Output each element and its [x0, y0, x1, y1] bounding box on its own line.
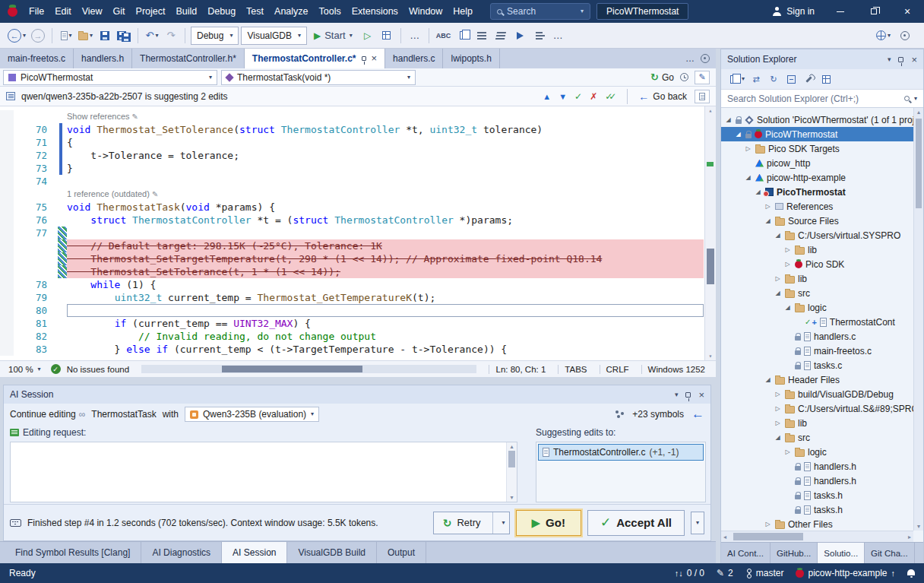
menu-window[interactable]: Window — [403, 0, 448, 23]
continue-editing-button[interactable]: Continue editing ∞ — [10, 409, 85, 420]
model-dropdown[interactable]: Qwen3-235B (evaluation) ▾ — [185, 407, 319, 422]
tree-item[interactable]: ▷lib — [721, 271, 923, 286]
switch-views-caret-icon[interactable]: ▾ — [742, 76, 745, 82]
retry-button[interactable]: ↻ Retry ▾ — [433, 512, 510, 534]
chevron-down-icon[interactable]: ▾ — [675, 391, 679, 398]
chevron-down-icon[interactable]: ▾ — [914, 96, 917, 102]
scrollbar-thumb[interactable] — [222, 366, 362, 372]
breakpoint-margin[interactable] — [0, 330, 14, 343]
solution-explorer-search-input[interactable]: Search Solution Explorer (Ctrl+;) ▾ — [721, 90, 923, 108]
collapse-icon[interactable]: ◢ — [764, 217, 772, 224]
scope-dropdown[interactable]: ThermostatTask(void *) ▾ — [221, 70, 416, 85]
tabs-mode-label[interactable]: TABS — [558, 365, 593, 374]
accept-all-button[interactable]: ✓ Accept All — [587, 510, 685, 536]
collapse-icon[interactable]: ◢ — [774, 434, 782, 441]
collapse-icon[interactable]: ◢ — [754, 189, 762, 195]
tree-item[interactable]: ◢src — [721, 286, 923, 300]
scrollbar-thumb[interactable] — [916, 119, 922, 208]
code-line[interactable]: 80 — [0, 304, 716, 317]
search-icon[interactable] — [904, 96, 910, 101]
expand-icon[interactable]: ▷ — [774, 405, 782, 412]
pin-icon[interactable] — [362, 56, 366, 61]
sign-in-button[interactable]: Sign in — [763, 0, 824, 23]
line-endings-label[interactable]: CRLF — [600, 365, 635, 374]
tree-item[interactable]: ◢C:/Users/virtual.SYSPRO — [721, 228, 923, 242]
tree-item[interactable]: ◢PicoThermostat — [721, 185, 923, 199]
expand-icon[interactable]: ▷ — [783, 246, 792, 253]
panel-tab[interactable]: VisualGDB Build — [287, 542, 377, 563]
code-editor[interactable]: Show references ✎70void Thermostat_SetTo… — [0, 106, 716, 360]
spell-check-button[interactable]: ABC — [435, 27, 453, 45]
code-line[interactable]: 77 — [0, 227, 716, 239]
close-icon[interactable]: × — [911, 54, 917, 65]
tree-item[interactable]: picow_http — [721, 156, 923, 170]
open-file-button[interactable]: ▾ — [77, 27, 94, 45]
close-button[interactable]: × — [891, 0, 924, 23]
menu-view[interactable]: View — [77, 0, 108, 23]
panel-tab[interactable]: Find Symbol Results [Clang] — [5, 542, 141, 563]
save-button[interactable] — [97, 27, 113, 45]
repository-selector-button[interactable]: picow-http-example ↑ — [796, 568, 895, 578]
tree-item[interactable]: ◢Header Files — [721, 372, 923, 387]
menu-extensions[interactable]: Extensions — [346, 0, 403, 23]
insert-arrow-icon[interactable]: ← — [691, 407, 704, 422]
expand-icon[interactable]: ▷ — [764, 521, 772, 528]
minimize-button[interactable] — [824, 0, 857, 23]
bookmark-button[interactable] — [511, 27, 528, 45]
breakpoint-margin[interactable] — [0, 227, 14, 239]
tree-item[interactable]: handlers.h — [721, 459, 923, 474]
close-icon[interactable]: × — [372, 49, 378, 68]
codelens-row[interactable]: Show references ✎ — [0, 110, 716, 123]
tree-item[interactable]: tasks.h — [721, 502, 923, 517]
pencil-icon[interactable]: ✎ — [152, 190, 158, 198]
tree-item[interactable]: ◢logic — [721, 300, 923, 315]
start-debugging-button[interactable]: ▶Start▾ — [309, 27, 357, 45]
reject-edit-button[interactable]: ✗ — [590, 91, 597, 102]
tree-item[interactable]: ✓+ThermostatCont — [721, 315, 923, 329]
tree-item[interactable]: ▷Pico SDK — [721, 257, 923, 271]
expand-icon[interactable]: ▷ — [744, 145, 752, 152]
editor-tab[interactable]: handlers.h — [74, 49, 132, 68]
properties-button[interactable] — [802, 73, 815, 85]
tab-overflow-button[interactable]: … — [685, 53, 695, 64]
menu-debug[interactable]: Debug — [202, 0, 241, 23]
collapse-icon[interactable]: ◢ — [724, 116, 733, 123]
code-line[interactable]: 75void ThermostatTask(void *params) { — [0, 201, 716, 214]
snapshot-button[interactable] — [695, 90, 710, 103]
tree-item[interactable]: ▷lib — [721, 242, 923, 257]
sync-commits-button[interactable]: ↑↓ 0 / 0 — [675, 568, 704, 578]
tree-item[interactable]: ◢Solution 'PicoWThermostat' (1 of 1 proj… — [721, 112, 923, 127]
tree-item[interactable]: ▷Other Files — [721, 517, 923, 531]
request-scrollbar[interactable]: ▴ ▾ — [506, 442, 517, 502]
menu-edit[interactable]: Edit — [49, 0, 77, 23]
edit-mode-button[interactable]: ✎ — [695, 71, 710, 84]
code-line[interactable]: 81 if (current_temp == UINT32_MAX) { — [0, 317, 716, 330]
breakpoint-margin[interactable] — [0, 123, 14, 136]
editor-tab-active[interactable]: ThermostatController.c*× — [245, 49, 385, 68]
breakpoint-margin[interactable] — [0, 162, 14, 175]
menu-build[interactable]: Build — [170, 0, 202, 23]
tree-vertical-scrollbar[interactable]: ▴ ▾ — [913, 108, 923, 531]
breakpoint-margin[interactable] — [0, 343, 14, 356]
tree-item[interactable]: tasks.h — [721, 488, 923, 502]
panel-tab[interactable]: Output — [377, 542, 426, 563]
tab-options-gear-icon[interactable] — [701, 54, 710, 63]
branch-selector-button[interactable]: master — [745, 568, 784, 578]
restore-button[interactable] — [857, 0, 891, 23]
compare-files-button[interactable] — [454, 27, 471, 45]
tree-item[interactable]: ▷References — [721, 199, 923, 214]
code-line[interactable]: 78 while (1) { — [0, 278, 716, 291]
expand-icon[interactable]: ▷ — [783, 448, 792, 455]
codelens-row[interactable]: 1 reference (outdated) ✎ — [0, 188, 716, 201]
pending-changes-button[interactable]: ✎ 2 — [717, 568, 733, 578]
tree-item[interactable]: ▷logic — [721, 445, 923, 459]
expand-icon[interactable]: ▷ — [774, 275, 782, 282]
code-line[interactable]: 71{ — [0, 136, 716, 149]
tree-horizontal-scrollbar[interactable]: ◂ ▸ — [721, 531, 913, 542]
navigate-backward-button[interactable]: ←▾ — [6, 27, 27, 45]
scrollbar-thumb[interactable] — [707, 249, 714, 284]
collapse-icon[interactable]: ◢ — [744, 174, 752, 181]
collapse-icon[interactable]: ◢ — [734, 131, 742, 138]
breakpoint-margin[interactable] — [0, 214, 14, 227]
more-commands-button[interactable]: … — [407, 27, 423, 45]
